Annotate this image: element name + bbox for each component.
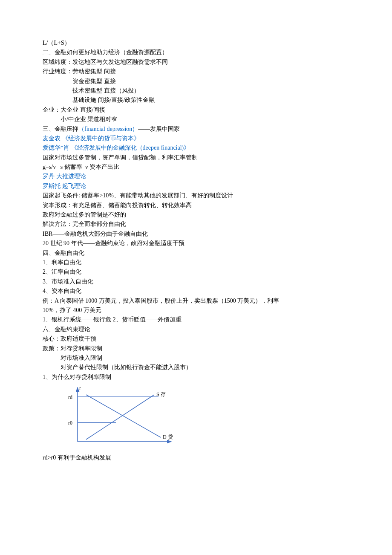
chart-svg: r rd r0 S 存 D 贷 (61, 384, 188, 448)
text-line: 对资产替代性限制（比如银行资金不能进入股市） (43, 363, 349, 372)
text-line: 3、市场准入自由化 (43, 277, 349, 286)
axis-label-r: r (79, 385, 81, 391)
text-line: 小/中企业 渠道相对窄 (43, 115, 349, 124)
text-line: 国家起飞条件: 储蓄率>10%、有能带动其他的发展部门、有好的制度设计 (43, 191, 349, 200)
supply-label: S 存 (156, 391, 166, 397)
text-line: 例：A 向泰国借 1000 万美元，投入泰国股市，股价上升，卖出股票（1500 … (43, 296, 349, 306)
text-span: 三、金融压抑 (43, 126, 78, 132)
text-line: 资本形成：有充足储蓄、储蓄能向投资转化、转化效率高 (43, 201, 349, 210)
supply-curve (86, 395, 154, 439)
supply-demand-chart: r rd r0 S 存 D 贷 (61, 384, 349, 451)
text-span: ——发展中国家 (138, 126, 180, 132)
text-line: 10%，挣了 400 万美元 (43, 306, 349, 315)
text-line: 4、资本自由化 (43, 286, 349, 296)
text-line: 20 世纪 90 年代——金融约束论，政府对金融适度干预 (43, 239, 349, 248)
text-line: L/（L+S） (43, 38, 349, 48)
text-line: 解决方法：完全而非部分自由化 (43, 220, 349, 229)
text-line: 区域纬度：发达地区与欠发达地区融资需求不同 (43, 58, 349, 67)
section-heading: 四、金融自由化 (43, 249, 349, 258)
text-line: rd>r0 有利于金融机构发展 (43, 453, 349, 462)
text-line: 2、汇率自由化 (43, 267, 349, 277)
text-line: g=s/v s 储蓄率 v 资本产出比 (43, 162, 349, 172)
text-line: 基础设施 间接/直接/政策性金融 (43, 95, 349, 105)
text-line: 对市场准入限制 (43, 353, 349, 363)
text-line: 企业：大企业 直接/间接 (43, 105, 349, 115)
section-heading: 二、金融如何更好地助力经济（金融资源配置） (43, 48, 349, 57)
text-line: 政策：对存贷利率限制 (43, 344, 349, 353)
text-line: 1、为什么对存贷利率限制 (43, 373, 349, 382)
axis-label-rd: rd (68, 394, 72, 400)
text-line: 国家对市场过多管制，资产单调，信贷配额，利率汇率管制 (43, 153, 349, 162)
axis-label-r0: r0 (68, 420, 72, 426)
reference-link: 麦金农 《经济发展中的货币与资本》 (43, 134, 349, 143)
text-line: 核心：政府适度干预 (43, 334, 349, 344)
text-line: 政府对金融过多的管制是不好的 (43, 210, 349, 220)
text-line: IBR——金融危机大部分由于金融自由化 (43, 229, 349, 239)
term-link: （financial depression） (78, 126, 138, 132)
text-line: 资金密集型 直接 (43, 77, 349, 86)
text-line: 1、利率自由化 (43, 258, 349, 267)
demand-label: D 贷 (163, 434, 173, 440)
text-line: 1、银机行系统——银行危 2、货币贬值——外债加重 (43, 315, 349, 324)
text-line: 行业纬度：劳动密集型 间接 (43, 67, 349, 76)
reference-link: 爱德华*肖 《经济发展中的金融深化（deepen financial)》 (43, 143, 349, 153)
section-heading: 六、金融约束理论 (43, 325, 349, 334)
reference-link: 罗丹 大推进理论 (43, 172, 349, 181)
demand-curve (86, 395, 161, 437)
text-line: 技术密集型 直接（风投） (43, 86, 349, 95)
section-heading: 三、金融压抑（financial depression）——发展中国家 (43, 124, 349, 134)
reference-link: 罗斯托 起飞理论 (43, 182, 349, 191)
